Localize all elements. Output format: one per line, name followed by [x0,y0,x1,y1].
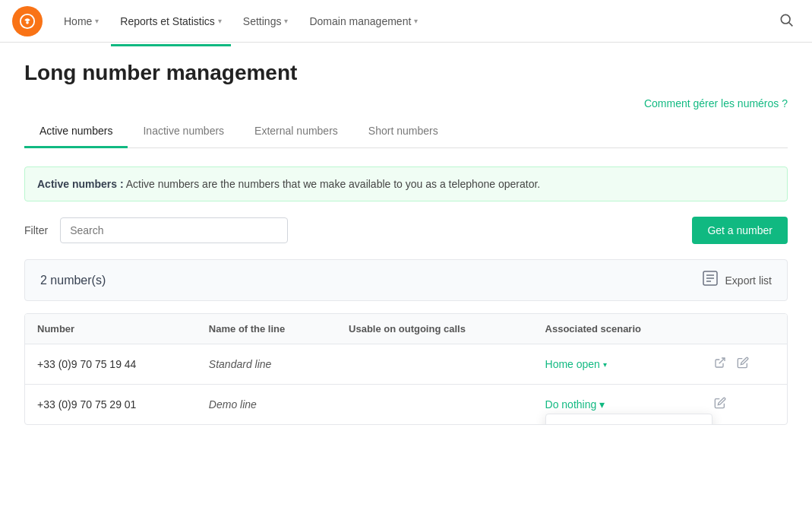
search-icon[interactable] [773,6,800,36]
tabs-container: Active numbers Inactive numbers External… [24,116,788,148]
numbers-table: Number Name of the line Usable on outgoi… [25,314,787,424]
action-cell [700,344,787,385]
svg-point-2 [781,14,790,24]
logo-icon [19,13,36,30]
line-name-cell: Demo line [197,385,336,425]
table-row: +33 (0)9 70 75 29 01 Demo line Do nothin… [25,385,787,425]
home-chevron-icon: ▾ [95,17,99,25]
app-logo [12,6,43,36]
nav-domain[interactable]: Domain management ▾ [300,9,427,33]
count-row: 2 number(s) Export list [24,259,788,301]
scenario-cell: Home open ▾ [533,344,700,385]
export-button[interactable]: Export list [701,269,772,291]
tab-external-numbers[interactable]: External numbers [239,116,353,148]
page-content: Long number management Comment gérer les… [0,43,812,443]
edit-button[interactable] [735,355,750,373]
dropdown-item-ne-rien-faire[interactable]: Ne rien faire [546,417,712,425]
col-scenario: Associated scenario [533,314,700,344]
external-link-button[interactable] [712,355,728,373]
page-title: Long number management [24,61,788,85]
export-label: Export list [725,274,772,287]
action-icons-row2 [712,395,775,414]
scenario-home-open-button[interactable]: Home open ▾ [545,358,607,370]
info-box-title: Active numbers : [37,178,124,190]
outgoing-cell [336,385,533,425]
tab-active-numbers[interactable]: Active numbers [24,116,128,148]
scenario-dropdown-menu: Ne rien faire Home open IVR Sales depart… [545,414,712,425]
scenario-chevron-icon: ▾ [603,360,607,369]
domain-chevron-icon: ▾ [414,17,418,25]
info-box-text: Active numbers are the numbers that we m… [126,178,541,190]
tab-short-numbers[interactable]: Short numbers [353,116,453,148]
do-nothing-chevron-icon: ▾ [599,398,605,411]
nav-home[interactable]: Home ▾ [55,9,108,33]
col-actions [700,314,787,344]
col-line-name: Name of the line [197,314,336,344]
table-row: +33 (0)9 70 75 19 44 Standard line Home … [25,344,787,385]
settings-chevron-icon: ▾ [284,17,288,25]
help-link[interactable]: Comment gérer les numéros ? [644,97,788,109]
filter-label: Filter [24,224,48,236]
get-number-button[interactable]: Get a number [692,217,788,244]
number-cell: +33 (0)9 70 75 29 01 [25,385,197,425]
nav-reports[interactable]: Reports et Statistics ▾ [111,9,231,33]
numbers-count: 2 number(s) [40,274,106,287]
nav-items: Home ▾ Reports et Statistics ▾ Settings … [55,9,773,33]
col-outgoing: Usable on outgoing calls [336,314,533,344]
page-header-row: Comment gérer les numéros ? [24,97,788,109]
action-cell [700,385,787,425]
svg-line-3 [789,23,793,27]
tab-inactive-numbers[interactable]: Inactive numbers [128,116,239,148]
col-number: Number [25,314,197,344]
numbers-table-container: Number Name of the line Usable on outgoi… [24,313,788,425]
svg-point-1 [26,21,29,24]
action-icons [712,355,775,373]
navbar: Home ▾ Reports et Statistics ▾ Settings … [0,0,812,43]
export-icon [701,269,719,291]
edit-button-row2[interactable] [712,395,728,414]
scenario-cell: Do nothing ▾ Ne rien faire Home open [533,385,700,425]
svg-line-8 [719,358,725,363]
outgoing-cell [336,344,533,385]
line-name-cell: Standard line [197,344,336,385]
info-box: Active numbers : Active numbers are the … [24,166,788,201]
scenario-do-nothing-button[interactable]: Do nothing ▾ [545,398,605,411]
number-cell: +33 (0)9 70 75 19 44 [25,344,197,385]
table-header-row: Number Name of the line Usable on outgoi… [25,314,787,344]
reports-chevron-icon: ▾ [218,17,222,25]
nav-settings[interactable]: Settings ▾ [234,9,298,33]
search-input[interactable] [60,217,288,243]
filter-row: Filter Get a number [24,217,788,244]
scenario-dropdown-wrapper: Do nothing ▾ Ne rien faire Home open [545,398,605,411]
